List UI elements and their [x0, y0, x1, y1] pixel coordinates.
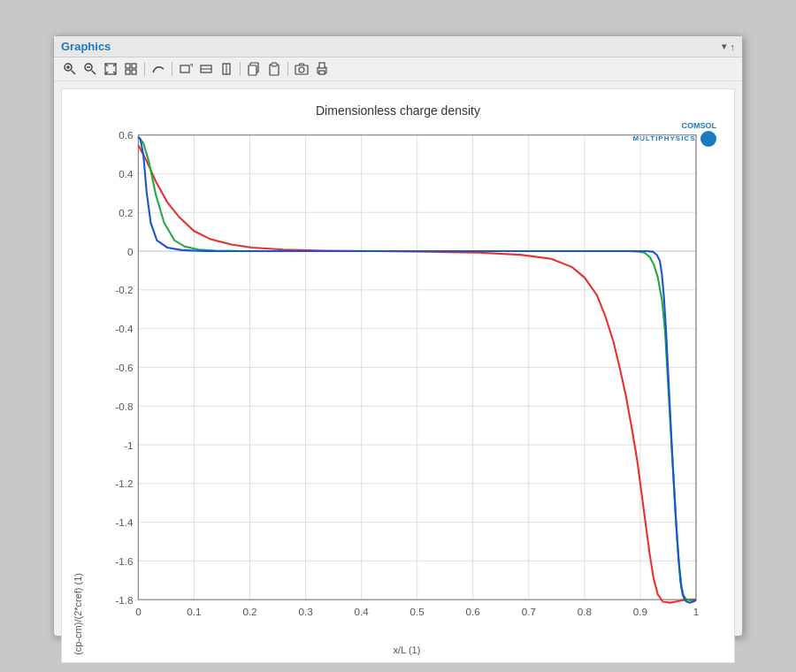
svg-text:-0.4: -0.4: [115, 323, 134, 334]
arrow-icon[interactable]: ↑: [731, 42, 736, 52]
svg-text:0.4: 0.4: [119, 168, 134, 179]
chart-container: (cp-cm)/(2*cref) (1): [69, 125, 727, 655]
svg-rect-25: [319, 71, 325, 74]
svg-rect-18: [249, 65, 256, 75]
zoom-height-button[interactable]: [218, 60, 235, 78]
svg-text:1: 1: [693, 606, 699, 617]
separator-3: [240, 62, 241, 76]
separator-1: [144, 62, 145, 76]
y-axis-label: (cp-cm)/(2*cref) (1): [69, 125, 87, 655]
chart-inner: 0.6 0.4 0.2 0 -0.2 -0.4 -0.6 -0.8 -1 -1.…: [87, 125, 727, 655]
svg-text:-0.8: -0.8: [115, 401, 133, 412]
camera-button[interactable]: [293, 60, 310, 78]
zoom-width-button[interactable]: [197, 60, 215, 78]
paste-button[interactable]: [265, 60, 283, 78]
grid-button[interactable]: [122, 60, 140, 78]
svg-text:0.4: 0.4: [355, 606, 370, 617]
svg-rect-11: [132, 70, 136, 74]
x-axis-label: x/L (1): [87, 645, 727, 655]
zoom-rect-button[interactable]: [177, 60, 195, 78]
svg-line-5: [92, 71, 96, 75]
chart-svg: 0.6 0.4 0.2 0 -0.2 -0.4 -0.6 -0.8 -1 -1.…: [87, 125, 727, 641]
svg-text:0.6: 0.6: [119, 129, 133, 141]
svg-text:0: 0: [127, 246, 134, 257]
svg-text:-0.2: -0.2: [115, 285, 133, 296]
svg-text:-0.6: -0.6: [115, 362, 133, 373]
svg-text:-1.6: -1.6: [115, 555, 133, 567]
svg-text:0.2: 0.2: [119, 207, 133, 218]
chart-area: Dimensionless charge density COMSOL MULT…: [61, 88, 735, 663]
svg-text:0.8: 0.8: [578, 606, 592, 617]
svg-text:0.1: 0.1: [187, 606, 201, 617]
svg-rect-8: [126, 64, 130, 68]
curve-button[interactable]: [149, 60, 167, 78]
zoom-out-button[interactable]: [81, 60, 99, 78]
svg-text:-1.2: -1.2: [115, 477, 133, 489]
title-controls[interactable]: ▾ ↑: [722, 41, 736, 52]
graphics-window: Graphics ▾ ↑: [53, 35, 743, 637]
svg-text:0.6: 0.6: [466, 606, 480, 617]
zoom-in-button[interactable]: [61, 60, 79, 78]
pin-icon[interactable]: ▾: [722, 41, 727, 52]
print-button[interactable]: [313, 60, 331, 78]
title-bar: Graphics ▾ ↑: [54, 36, 742, 57]
svg-text:0.9: 0.9: [633, 606, 647, 617]
svg-text:-1.8: -1.8: [115, 594, 133, 606]
svg-text:0.3: 0.3: [298, 606, 312, 617]
svg-text:0: 0: [135, 606, 142, 617]
svg-text:0.7: 0.7: [522, 606, 536, 617]
svg-text:0.5: 0.5: [410, 606, 425, 617]
copy-button[interactable]: [245, 60, 263, 78]
zoom-extents-button[interactable]: [102, 60, 119, 78]
svg-text:-1: -1: [124, 439, 133, 451]
toolbar: [54, 57, 742, 81]
svg-rect-24: [319, 63, 325, 68]
separator-2: [172, 62, 172, 76]
svg-rect-20: [272, 63, 277, 66]
svg-rect-12: [180, 65, 189, 73]
svg-rect-9: [132, 64, 136, 68]
svg-text:0.2: 0.2: [242, 606, 256, 617]
svg-rect-10: [126, 70, 130, 74]
chart-title: Dimensionless charge density: [316, 103, 480, 118]
window-title: Graphics: [61, 40, 111, 53]
svg-line-1: [72, 71, 76, 75]
separator-4: [287, 62, 288, 76]
svg-point-22: [299, 67, 304, 73]
svg-text:-1.4: -1.4: [115, 516, 134, 528]
